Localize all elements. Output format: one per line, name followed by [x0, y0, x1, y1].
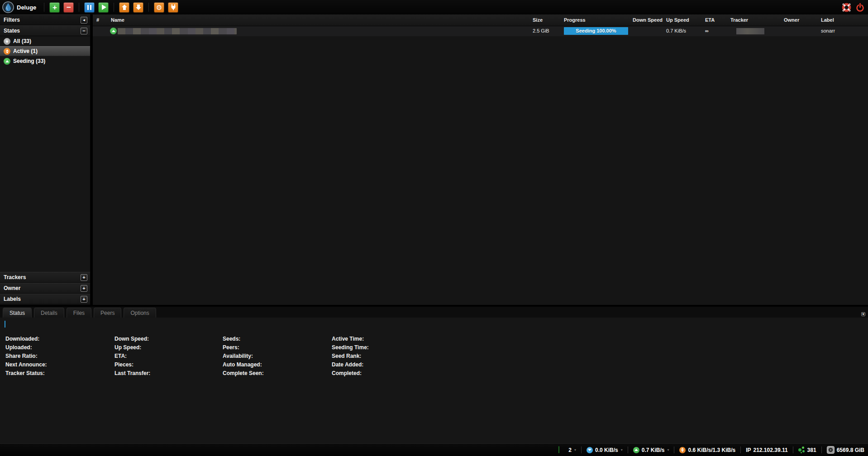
field-label: Next Announce:: [5, 361, 47, 369]
protocol-traffic-status: 0.6 KiB/s/1.3 KiB/s: [674, 444, 740, 456]
collapse-sidebar-button[interactable]: ◄: [81, 17, 87, 24]
torrent-list: # Name Size Progress Down Speed Up Speed…: [93, 14, 868, 305]
preferences-button[interactable]: ⚙: [154, 2, 164, 13]
collapse-states-button[interactable]: −: [81, 28, 87, 34]
plug-icon: [170, 4, 176, 10]
field-label: Auto Managed:: [223, 361, 264, 369]
download-icon: [587, 447, 593, 453]
column-header-eta[interactable]: ETA: [705, 17, 715, 23]
download-speed-status[interactable]: 0.0 KiB/s ▾: [582, 444, 628, 456]
dropdown-icon: ▾: [574, 448, 576, 452]
trackers-section-header[interactable]: Trackers +: [0, 272, 90, 283]
field-label: Share Ratio:: [5, 352, 47, 361]
field-label: Uploaded:: [5, 343, 47, 352]
field-label: Complete Seen:: [223, 369, 264, 378]
dropdown-icon: ▾: [621, 448, 623, 452]
tab-files[interactable]: Files: [67, 308, 91, 318]
column-header-label[interactable]: Label: [821, 17, 834, 23]
protocol-traffic-value: 0.6 KiB/s/1.3 KiB/s: [688, 447, 735, 453]
connections-icon: [558, 446, 566, 453]
column-header-upspeed[interactable]: Up Speed: [666, 17, 689, 23]
tab-status[interactable]: Status: [3, 308, 32, 318]
toolbar: Deluge + − ⚙: [0, 0, 868, 14]
chevron-down-icon: ▼: [861, 312, 865, 316]
labels-section-header[interactable]: Labels +: [0, 294, 90, 304]
connections-count: 2: [568, 447, 572, 453]
torrent-row[interactable]: 2.5 GiB Seeding 100.00% 0.7 KiB/s ∞ sona…: [93, 26, 868, 36]
plus-icon: +: [82, 296, 85, 302]
filter-item-all[interactable]: * All (33): [0, 36, 90, 46]
field-label: Up Speed:: [114, 343, 150, 352]
upload-speed-status[interactable]: 0.7 KiB/s ▾: [628, 444, 674, 456]
ip-address: 212.102.39.11: [754, 447, 788, 453]
connection-manager-button[interactable]: [168, 2, 178, 13]
labels-label: Labels: [4, 296, 21, 302]
seeding-state-icon: [110, 28, 117, 34]
field-label: Active Time:: [332, 335, 369, 343]
help-button[interactable]: [841, 2, 852, 13]
remove-torrent-button[interactable]: −: [63, 2, 74, 13]
minus-icon: −: [82, 28, 85, 33]
free-space-value: 6569.8 GiB: [837, 447, 864, 453]
field-label: Date Added:: [332, 361, 369, 369]
field-label: Peers:: [223, 343, 264, 352]
gears-icon: ⚙: [156, 4, 162, 11]
collapse-panel-button[interactable]: ▼: [861, 309, 865, 318]
filter-item-label: Seeding (33): [13, 58, 45, 64]
arrow-down-icon: [136, 5, 141, 10]
dht-nodes-icon: [798, 446, 805, 453]
column-header-number[interactable]: #: [96, 17, 99, 23]
toolbar-separator: [44, 3, 44, 12]
play-icon: [102, 5, 106, 10]
filter-item-label: All (33): [13, 38, 31, 44]
status-column-4: Active Time: Seeding Time: Seed Rank: Da…: [332, 335, 369, 378]
column-header-size[interactable]: Size: [533, 17, 543, 23]
logout-button[interactable]: [854, 2, 865, 13]
torrent-table-header: # Name Size Progress Down Speed Up Speed…: [93, 14, 868, 26]
column-header-name[interactable]: Name: [111, 17, 124, 23]
add-torrent-button[interactable]: +: [49, 2, 60, 13]
queue-down-button[interactable]: [133, 2, 143, 13]
status-column-3: Seeds: Peers: Availability: Auto Managed…: [223, 335, 264, 378]
status-panel: Downloaded: Uploaded: Share Ratio: Next …: [0, 318, 868, 443]
dropdown-icon: ▾: [667, 448, 669, 452]
column-header-owner[interactable]: Owner: [784, 17, 799, 23]
queue-up-button[interactable]: [119, 2, 129, 13]
power-icon: [855, 3, 865, 12]
details-tabbar: Status Details Files Peers Options ▼: [0, 306, 868, 318]
tab-details[interactable]: Details: [34, 308, 64, 318]
states-label: States: [4, 28, 20, 34]
expand-owner-button[interactable]: +: [81, 285, 87, 292]
filters-panel-header[interactable]: Filters ◄: [0, 14, 90, 25]
filter-item-active[interactable]: Active (1): [0, 46, 90, 56]
active-state-icon: [4, 48, 10, 55]
connections-status[interactable]: 2 ▾: [553, 444, 581, 456]
tab-peers[interactable]: Peers: [94, 308, 121, 318]
field-label: Seeds:: [223, 335, 264, 343]
field-label: Last Transfer:: [114, 369, 150, 378]
column-header-tracker[interactable]: Tracker: [730, 17, 748, 23]
free-space-status: 6569.8 GiB: [822, 444, 868, 456]
expand-labels-button[interactable]: +: [81, 296, 87, 303]
column-header-downspeed[interactable]: Down Speed: [633, 17, 663, 23]
column-header-progress[interactable]: Progress: [564, 17, 586, 23]
plus-icon: +: [52, 4, 57, 11]
arrow-up-icon: [122, 5, 127, 10]
chevron-left-icon: ◄: [82, 18, 86, 22]
states-section-header[interactable]: States −: [0, 25, 90, 36]
dht-nodes-count: 381: [807, 447, 816, 453]
filter-item-seeding[interactable]: Seeding (33): [0, 56, 90, 66]
statusbar: 2 ▾ 0.0 KiB/s ▾ 0.7 KiB/s ▾ 0.6 KiB/s/1.…: [0, 443, 868, 456]
tab-options[interactable]: Options: [124, 308, 156, 318]
filter-item-label: Active (1): [13, 48, 38, 54]
resume-button[interactable]: [98, 2, 109, 13]
cell-label: sonarr: [821, 28, 835, 33]
owner-section-header[interactable]: Owner +: [0, 283, 90, 294]
expand-trackers-button[interactable]: +: [81, 274, 87, 281]
pause-button[interactable]: [84, 2, 95, 13]
redacted-tracker: [736, 28, 764, 34]
text-caret: [5, 321, 5, 328]
minus-icon: −: [67, 4, 71, 11]
progress-bar: Seeding 100.00%: [564, 27, 628, 35]
cell-eta: ∞: [705, 28, 709, 33]
